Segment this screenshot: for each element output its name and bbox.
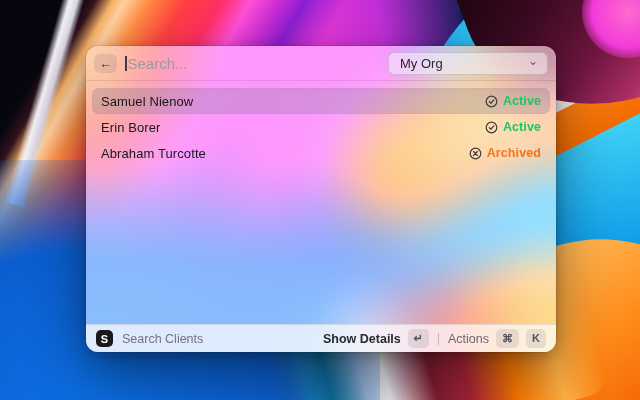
return-key-badge[interactable]: ↵ [408, 329, 429, 347]
back-button[interactable]: ← [94, 54, 117, 73]
footer-separator [438, 333, 439, 345]
client-list: Samuel Nienow Active Erin Borer [86, 81, 556, 324]
actions-button[interactable]: Actions [448, 332, 489, 346]
back-arrow-icon: ← [99, 57, 112, 70]
status-label: Archived [487, 146, 541, 160]
search-field-wrap [125, 55, 380, 72]
client-name: Samuel Nienow [101, 94, 193, 109]
client-name: Abraham Turcotte [101, 146, 206, 161]
k-key-badge[interactable]: K [526, 329, 546, 347]
status-badge: Active [485, 94, 541, 108]
command-palette-window: ← My Org ⌄ Samuel Nienow [86, 46, 556, 352]
text-caret [125, 56, 127, 71]
check-circle-icon [485, 95, 498, 108]
show-details-button[interactable]: Show Details [323, 332, 401, 346]
org-dropdown[interactable]: My Org ⌄ [388, 52, 548, 75]
x-circle-icon [469, 147, 482, 160]
client-row[interactable]: Abraham Turcotte Archived [92, 140, 550, 166]
client-row[interactable]: Samuel Nienow Active [92, 88, 550, 114]
org-dropdown-value: My Org [400, 56, 443, 71]
footer-app-info: S Search Clients [96, 330, 203, 347]
check-circle-icon [485, 121, 498, 134]
status-badge: Active [485, 120, 541, 134]
app-logo-icon: S [96, 330, 113, 347]
desktop: ← My Org ⌄ Samuel Nienow [0, 0, 640, 400]
client-name: Erin Borer [101, 120, 161, 135]
status-label: Active [503, 120, 541, 134]
palette-header: ← My Org ⌄ [86, 46, 556, 80]
status-label: Active [503, 94, 541, 108]
search-input[interactable] [128, 55, 381, 72]
palette-footer: S Search Clients Show Details ↵ Actions … [86, 324, 556, 352]
command-key-badge[interactable]: ⌘ [496, 329, 519, 347]
footer-app-label: Search Clients [122, 332, 203, 346]
status-badge: Archived [469, 146, 541, 160]
footer-actions: Show Details ↵ Actions ⌘ K [323, 329, 546, 347]
client-row[interactable]: Erin Borer Active [92, 114, 550, 140]
